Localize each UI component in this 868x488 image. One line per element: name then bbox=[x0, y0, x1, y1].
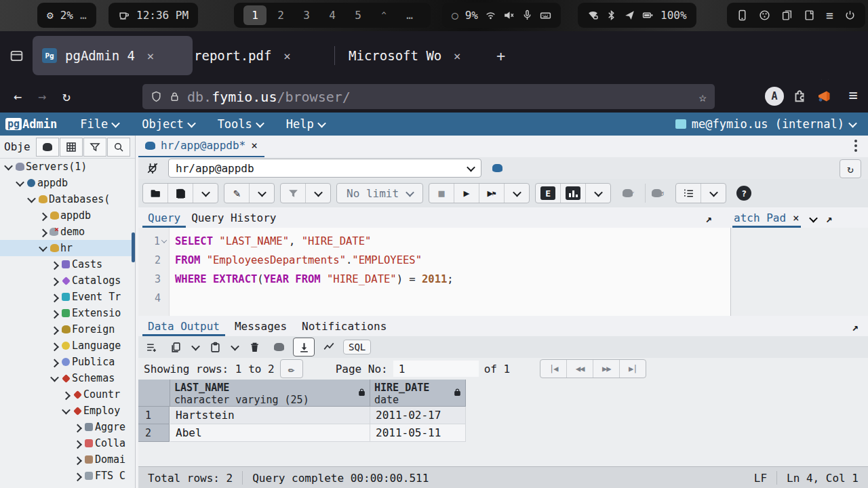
show-sql-button[interactable]: SQL bbox=[343, 340, 371, 354]
tree-item-collations[interactable]: Colla bbox=[0, 435, 135, 451]
connect-server-button[interactable] bbox=[36, 138, 59, 157]
tab-query[interactable]: Query bbox=[142, 210, 186, 228]
tree-item-extensions[interactable]: Extensio bbox=[0, 305, 135, 321]
first-page-button[interactable]: |◀ bbox=[540, 360, 566, 378]
tree-item-publications[interactable]: Publica bbox=[0, 354, 135, 370]
explain-analyze-button[interactable] bbox=[560, 184, 585, 203]
addon-megaphone-icon[interactable] bbox=[816, 88, 833, 104]
system-tray[interactable]: ≡ bbox=[727, 3, 865, 28]
tree-item-hr-db[interactable]: hr bbox=[0, 240, 135, 256]
tree-item-servers[interactable]: Servers(1) bbox=[0, 159, 135, 175]
next-page-button[interactable]: ▶▶ bbox=[593, 360, 619, 378]
copy-chevron-icon[interactable] bbox=[190, 344, 201, 350]
pgadmin-logo[interactable]: pgAdmin bbox=[5, 117, 57, 131]
chevron-right-icon[interactable] bbox=[50, 359, 59, 367]
chevron-right-icon[interactable] bbox=[39, 212, 47, 221]
menu-object[interactable]: Object bbox=[142, 117, 194, 131]
edit-range-button[interactable]: ✏ bbox=[280, 359, 303, 378]
add-row-button[interactable] bbox=[141, 338, 161, 356]
graph-visualiser-button[interactable] bbox=[319, 338, 339, 356]
chevron-right-icon[interactable] bbox=[50, 277, 59, 286]
workspace-up-icon[interactable]: ^ bbox=[372, 5, 395, 25]
clock-widget[interactable]: 12:36 PM bbox=[108, 3, 198, 28]
chevron-right-icon[interactable] bbox=[50, 310, 59, 319]
open-file-button[interactable] bbox=[143, 184, 167, 203]
chevron-right-icon[interactable] bbox=[50, 342, 59, 351]
download-button[interactable] bbox=[293, 338, 315, 357]
tree-scrollbar-thumb[interactable] bbox=[132, 232, 135, 262]
network-tray[interactable]: 100% bbox=[578, 3, 696, 28]
paste-chevron-icon[interactable] bbox=[229, 344, 240, 350]
browser-tab-word[interactable]: Microsoft Wo × bbox=[339, 36, 497, 75]
tree-item-schemas[interactable]: Schemas bbox=[0, 370, 135, 386]
tab-overview-icon[interactable] bbox=[9, 49, 24, 63]
status-tray[interactable]: ○ 9% bbox=[442, 3, 561, 28]
explain-chevron-icon[interactable] bbox=[585, 184, 610, 203]
account-button[interactable]: A bbox=[765, 87, 784, 106]
tree-item-fts-configurations[interactable]: FTS C bbox=[0, 468, 135, 484]
new-connection-icon[interactable] bbox=[487, 159, 507, 177]
filter-button[interactable] bbox=[83, 138, 106, 157]
panel-menu-kebab-icon[interactable] bbox=[854, 140, 857, 152]
cpu-indicator[interactable]: ⚙ 2% … bbox=[37, 3, 96, 28]
tree-item-appdb-server[interactable]: appdb bbox=[0, 175, 135, 191]
chevron-right-icon[interactable] bbox=[50, 293, 59, 302]
user-menu[interactable]: me@fymio.us (internal) bbox=[675, 113, 856, 136]
tab-scratch-pad[interactable]: atch Pad× bbox=[732, 211, 801, 228]
tab-messages[interactable]: Messages bbox=[229, 319, 292, 336]
tree-item-schema-employees[interactable]: Employ bbox=[0, 403, 135, 419]
macros-button[interactable] bbox=[676, 184, 701, 203]
expand-editor-icon[interactable]: ↗ bbox=[705, 212, 712, 228]
tab-query-history[interactable]: Query History bbox=[186, 210, 281, 228]
page-number-input[interactable] bbox=[393, 361, 479, 377]
url-text[interactable]: db.fymio.us/browser/ bbox=[187, 89, 351, 105]
chevron-down-icon[interactable] bbox=[50, 373, 59, 382]
tree-item-schema-countries[interactable]: Countr bbox=[0, 386, 135, 403]
workspace-more-icon[interactable]: … bbox=[398, 5, 421, 25]
edit-options-chevron-icon[interactable] bbox=[249, 184, 274, 203]
workspace-5[interactable]: 5 bbox=[347, 5, 370, 25]
editor-code[interactable]: SELECT "LAST_NAME", "HIRE_DATE" FROM "Em… bbox=[170, 228, 454, 316]
macros-chevron-icon[interactable] bbox=[701, 184, 726, 203]
scratch-pad-panel[interactable] bbox=[730, 228, 868, 316]
close-icon[interactable]: × bbox=[279, 49, 294, 63]
chevron-down-icon[interactable] bbox=[4, 161, 13, 170]
delete-row-button[interactable] bbox=[244, 338, 264, 356]
address-bar[interactable]: db.fymio.us/browser/ ☆ bbox=[142, 84, 715, 109]
rollback-button[interactable]: ↺ bbox=[645, 184, 670, 203]
save-data-button[interactable] bbox=[269, 338, 289, 356]
tree-item-aggregates[interactable]: Aggre bbox=[0, 419, 135, 435]
workspace-4[interactable]: 4 bbox=[321, 5, 344, 25]
chevron-right-icon[interactable] bbox=[73, 440, 82, 449]
prev-page-button[interactable]: ◀◀ bbox=[566, 360, 593, 378]
column-header-lastname[interactable]: LAST_NAME character varying (25) bbox=[170, 380, 370, 407]
chevron-right-icon[interactable] bbox=[62, 391, 71, 400]
cell-hiredate-2[interactable]: 2011-05-11 bbox=[370, 424, 466, 442]
tree-item-appdb-db[interactable]: appdb bbox=[0, 207, 135, 224]
shield-icon[interactable] bbox=[151, 91, 162, 102]
close-icon[interactable]: × bbox=[143, 49, 158, 63]
column-header-hiredate[interactable]: HIRE_DATE date bbox=[370, 380, 466, 407]
back-button[interactable]: ← bbox=[5, 88, 30, 104]
tree-item-databases[interactable]: Databases( bbox=[0, 191, 135, 207]
expand-output-icon[interactable]: ↗ bbox=[852, 321, 859, 336]
execute-chevron-icon[interactable] bbox=[504, 184, 529, 203]
edit-button[interactable]: ✎ bbox=[224, 184, 249, 203]
stop-button[interactable]: ■ bbox=[429, 184, 454, 203]
lock-icon[interactable] bbox=[169, 91, 180, 102]
chevron-right-icon[interactable] bbox=[73, 424, 82, 432]
tab-data-output[interactable]: Data Output bbox=[142, 319, 225, 336]
fold-chevron-icon[interactable] bbox=[161, 237, 167, 243]
corner-header-cell[interactable] bbox=[138, 380, 170, 407]
save-file-button[interactable] bbox=[167, 184, 193, 203]
grid-view-button[interactable] bbox=[60, 138, 83, 157]
filter-button[interactable] bbox=[281, 184, 305, 203]
row-number-cell[interactable]: 2 bbox=[138, 424, 170, 442]
close-icon[interactable]: × bbox=[793, 211, 800, 224]
expand-scratch-icon[interactable]: ↗ bbox=[826, 212, 833, 228]
execute-button[interactable]: ▶ bbox=[454, 184, 479, 203]
chevron-down-icon[interactable] bbox=[27, 194, 36, 203]
menu-file[interactable]: File bbox=[80, 117, 119, 131]
last-page-button[interactable]: ▶| bbox=[619, 360, 646, 378]
tree-item-foreign-data-wrappers[interactable]: Foreign bbox=[0, 321, 135, 338]
